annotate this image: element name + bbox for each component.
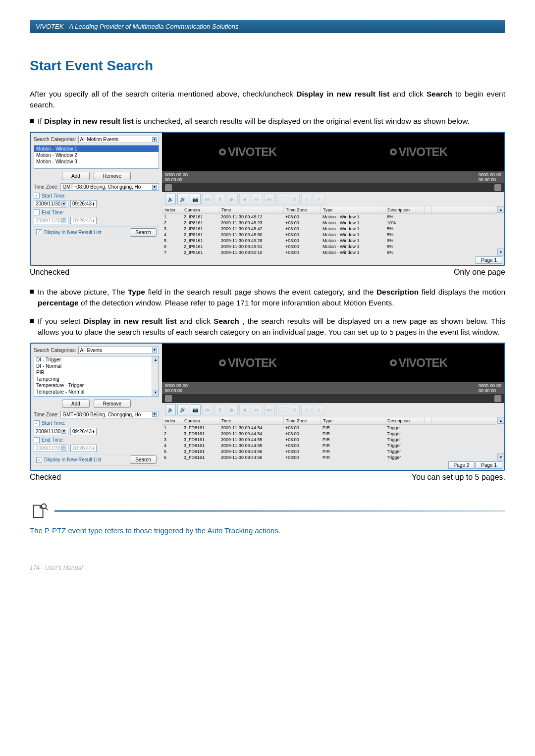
scrollbar[interactable]: ▴▾	[497, 417, 504, 460]
list-item[interactable]: Temperature - Trigger	[34, 382, 159, 389]
list-item[interactable]: PIR	[34, 369, 159, 376]
page-tab[interactable]: Page 1	[476, 461, 502, 469]
timezone-dropdown[interactable]: GMT+08:00 Beijing, Chongqing, Ho ▾	[60, 183, 159, 191]
start-time-checkbox[interactable]: ✓	[34, 420, 40, 426]
table-row[interactable]: 43_FD81612009-11-30 09:44:55+08:00PIRTri…	[162, 443, 504, 449]
col-time[interactable]: Time	[219, 417, 284, 424]
expand-icon[interactable]: ⛶	[276, 404, 287, 415]
page-tab[interactable]: Page 1	[476, 256, 502, 264]
col-timezone[interactable]: Time Zone	[284, 417, 321, 424]
skip-first-icon[interactable]: ⏮	[202, 404, 213, 415]
category-listbox[interactable]: DI - Trigger DI - Normal PIR Tampering T…	[34, 356, 159, 397]
vol-down-icon[interactable]: 🔉	[165, 194, 176, 204]
loop-icon[interactable]: ↻	[289, 194, 300, 204]
start-time-input[interactable]: 09:26:43 ▴▾	[70, 200, 97, 207]
scrollbar[interactable]: ▴▾	[152, 356, 159, 396]
col-type[interactable]: Type	[321, 417, 385, 424]
forward-icon[interactable]: »	[314, 194, 324, 204]
display-new-list-checkbox[interactable]: ✓	[36, 457, 42, 463]
end-time-checkbox[interactable]	[34, 437, 40, 443]
scroll-down-icon[interactable]: ▾	[497, 454, 504, 460]
scroll-down-icon[interactable]: ▾	[497, 249, 504, 255]
col-camera[interactable]: Camera	[182, 206, 219, 213]
cell: 2_IP8161	[182, 226, 219, 232]
col-description[interactable]: Description	[385, 417, 425, 424]
play-icon[interactable]: ▶	[227, 404, 238, 415]
search-button[interactable]: Search	[130, 228, 157, 237]
skip-first-icon[interactable]: ⏮	[202, 194, 213, 204]
display-new-list-checkbox[interactable]: ✓	[36, 229, 42, 235]
table-row[interactable]: 13_FD81612009-11-30 09:44:54+08:00PIRTri…	[162, 425, 504, 431]
col-index[interactable]: Index	[162, 206, 182, 213]
list-item[interactable]: Motion - Window 3	[34, 158, 159, 165]
timezone-dropdown[interactable]: GMT+08:00 Beijing, Chongqing, Ho ▾	[60, 411, 159, 418]
rewind-icon[interactable]: «	[301, 194, 312, 204]
page-tab[interactable]: Page 2	[448, 461, 475, 469]
stop-icon[interactable]: ■	[239, 194, 250, 204]
scroll-up-icon[interactable]: ▴	[152, 356, 159, 363]
table-row[interactable]: 12_IP81612009-11-30 09:48:12+08:00Motion…	[162, 214, 504, 220]
table-row[interactable]: 63_FD81612009-11-30 09:44:56+08:00PIRTri…	[162, 454, 504, 460]
vol-up-icon[interactable]: 🔊	[177, 404, 188, 415]
category-listbox[interactable]: Motion - Window 1 Motion - Window 2 Moti…	[34, 145, 159, 169]
col-camera[interactable]: Camera	[182, 417, 219, 424]
next-icon[interactable]: ⏭	[252, 194, 263, 204]
table-row[interactable]: 32_IP81612009-11-30 09:48:42+08:00Motion…	[162, 226, 504, 232]
col-time[interactable]: Time	[219, 206, 284, 213]
list-item[interactable]: Motion - Window 2	[34, 152, 159, 158]
table-row[interactable]: 53_FD81612009-11-30 09:44:56+08:00PIRTri…	[162, 449, 504, 454]
logo-text: VIVOTEK	[399, 356, 447, 370]
skip-last-icon[interactable]: ⏭	[264, 404, 275, 415]
stop-icon[interactable]: ■	[239, 404, 250, 415]
table-row[interactable]: 52_IP81612009-11-30 09:49:28+08:00Motion…	[162, 238, 504, 244]
table-row[interactable]: 72_IP81612009-11-30 09:50:10+08:00Motion…	[162, 250, 504, 255]
search-button[interactable]: Search	[130, 455, 157, 464]
col-index[interactable]: Index	[162, 417, 182, 424]
snapshot-icon[interactable]: 📷	[190, 194, 201, 204]
list-item[interactable]: DI - Trigger	[34, 356, 159, 363]
remove-button[interactable]: Remove	[94, 400, 131, 408]
table-row[interactable]: 22_IP81612009-11-30 09:48:23+08:00Motion…	[162, 220, 504, 226]
skip-last-icon[interactable]: ⏭	[264, 194, 275, 204]
list-item[interactable]: Temperature - Normal	[34, 389, 159, 395]
scroll-down-icon[interactable]: ▾	[152, 389, 159, 396]
scroll-up-icon[interactable]: ▴	[497, 206, 504, 213]
list-item[interactable]: Tampering	[34, 376, 159, 382]
add-button[interactable]: Add	[62, 172, 90, 180]
video-area: VIVOTEK VIVOTEK	[162, 344, 504, 382]
table-row[interactable]: 62_IP81612009-11-30 09:49:51+08:00Motion…	[162, 244, 504, 250]
vol-up-icon[interactable]: 🔊	[177, 194, 188, 204]
snapshot-icon[interactable]: 📷	[190, 404, 201, 415]
timeline-track[interactable]	[162, 183, 504, 192]
loop-icon[interactable]: ↻	[289, 404, 300, 415]
table-row[interactable]: 33_FD81612009-11-30 09:44:55+08:00PIRTri…	[162, 437, 504, 443]
next-icon[interactable]: ⏭	[252, 404, 263, 415]
scrollbar[interactable]: ▴▾	[497, 206, 504, 255]
list-item[interactable]: DI - Normal	[34, 363, 159, 369]
remove-button[interactable]: Remove	[94, 172, 131, 180]
pause-icon[interactable]: ⏸	[214, 404, 225, 415]
col-timezone[interactable]: Time Zone	[284, 206, 321, 213]
forward-icon[interactable]: »	[314, 404, 324, 415]
table-row[interactable]: 42_IP81612009-11-30 09:48:50+08:00Motion…	[162, 232, 504, 238]
start-date-input[interactable]: 2009/11/30 ▾	[34, 428, 68, 435]
rewind-icon[interactable]: «	[301, 404, 312, 415]
search-categories-dropdown[interactable]: All Motion Events ▾	[78, 136, 159, 143]
start-time-checkbox[interactable]: ✓	[34, 193, 40, 199]
table-row[interactable]: 23_FD81612009-11-30 09:44:54+08:00PIRTri…	[162, 431, 504, 437]
vol-down-icon[interactable]: 🔉	[165, 404, 176, 415]
list-item[interactable]: Motion - Window 1	[34, 146, 159, 152]
col-description[interactable]: Description	[385, 206, 425, 213]
timeline-track[interactable]	[162, 394, 504, 403]
search-categories-dropdown[interactable]: All Events ▾	[78, 347, 159, 354]
end-time-checkbox[interactable]	[34, 209, 40, 215]
start-date-input[interactable]: 2009/11/30 ▾	[34, 200, 68, 207]
col-type[interactable]: Type	[321, 206, 385, 213]
scroll-up-icon[interactable]: ▴	[497, 417, 504, 424]
add-button[interactable]: Add	[62, 400, 90, 408]
expand-icon[interactable]: ⛶	[276, 194, 287, 204]
cell: 6	[162, 454, 182, 460]
pause-icon[interactable]: ⏸	[214, 194, 225, 204]
play-icon[interactable]: ▶	[227, 194, 238, 204]
start-time-input[interactable]: 09:26:43 ▴▾	[70, 428, 97, 435]
